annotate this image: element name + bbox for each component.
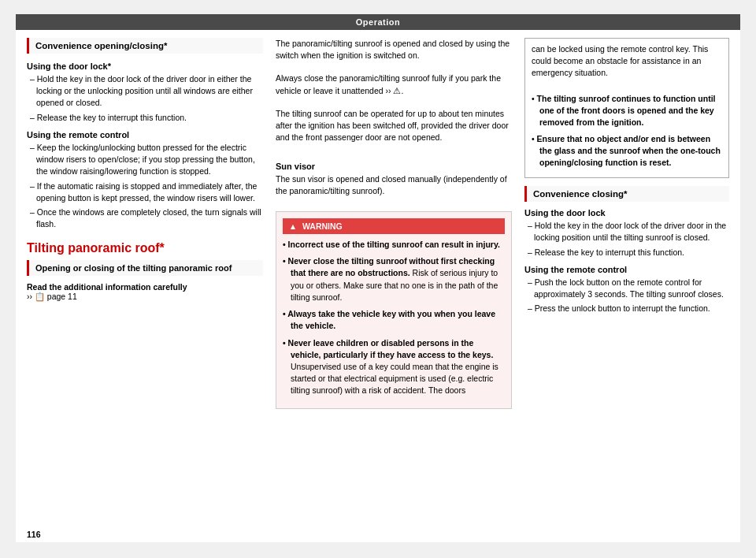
left-column: Convenience opening/closing* Using the d… bbox=[27, 38, 263, 528]
closing-door-lock-heading: Using the door lock bbox=[524, 208, 729, 218]
warning-header: ▲ WARNING bbox=[283, 218, 505, 234]
door-lock-item-2: Release the key to interrupt this functi… bbox=[27, 112, 263, 124]
closing-door-item-1: Hold the key in the door lock of the dri… bbox=[524, 220, 729, 244]
open-close-title: Opening or closing of the tilting panora… bbox=[35, 263, 232, 273]
header-bar: Operation bbox=[16, 14, 740, 30]
door-lock-item-1: Hold the key in the door lock of the dri… bbox=[27, 73, 263, 110]
convenience-closing-box: Convenience closing* bbox=[524, 186, 729, 202]
warning-item-1: Incorrect use of the tilting sunroof can… bbox=[283, 239, 505, 251]
page-number: 116 bbox=[27, 530, 41, 539]
convenience-closing-title: Convenience closing* bbox=[533, 189, 628, 199]
warning-box: ▲ WARNING Incorrect use of the tilting s… bbox=[276, 211, 512, 409]
convenience-opening-box: Convenience opening/closing* bbox=[27, 38, 263, 54]
info-intro: can be locked using the remote control k… bbox=[532, 43, 722, 80]
remote-item-3: Once the windows are completely closed, … bbox=[27, 206, 263, 230]
operated-info: The tilting sunroof can be operated for … bbox=[276, 108, 512, 144]
warning-item-3: Always take the vehicle key with you whe… bbox=[283, 308, 505, 332]
info-box: can be locked using the remote control k… bbox=[524, 38, 729, 178]
warning-item-2: Never close the tilting sunroof without … bbox=[283, 255, 505, 303]
closing-door-item-2: Release the key to interrupt this functi… bbox=[524, 247, 729, 259]
remote-control-heading: Using the remote control bbox=[27, 130, 263, 140]
closing-remote-item-1: Push the lock button on the remote contr… bbox=[524, 277, 729, 300]
closing-remote-item-2: Press the unlock button to interrupt the… bbox=[524, 303, 729, 314]
always-close-text: Always close the panoramic/tilting sunro… bbox=[276, 73, 512, 96]
middle-column: The panoramic/tilting sunroof is opened … bbox=[276, 38, 512, 528]
page-ref: ›› 📋 page 11 bbox=[27, 292, 263, 302]
content-area: Convenience opening/closing* Using the d… bbox=[16, 30, 740, 536]
warning-triangle-icon: ▲ bbox=[287, 221, 298, 232]
open-close-box: Opening or closing of the tilting panora… bbox=[27, 260, 263, 276]
door-lock-heading: Using the door lock* bbox=[27, 61, 263, 71]
read-info-label: Read the additional information carefull… bbox=[27, 282, 263, 292]
book-icon: 📋 bbox=[35, 292, 45, 301]
convenience-opening-title: Convenience opening/closing* bbox=[35, 41, 167, 50]
header-title: Operation bbox=[356, 17, 400, 27]
sun-visor-text: The sun visor is opened and closed manua… bbox=[276, 173, 512, 197]
sun-visor-heading: Sun visor bbox=[276, 162, 512, 171]
right-column: can be locked using the remote control k… bbox=[524, 38, 729, 528]
warning-label: WARNING bbox=[302, 221, 343, 231]
warning-item-4: Never leave children or disabled persons… bbox=[283, 337, 505, 397]
page: Operation Convenience opening/closing* U… bbox=[16, 14, 740, 542]
closing-remote-heading: Using the remote control bbox=[524, 265, 729, 274]
info-item-2: Ensure that no object and/or end is betw… bbox=[532, 133, 722, 169]
info-item-1: The tilting sunroof continues to functio… bbox=[532, 93, 722, 129]
tilting-title: Tilting panoramic roof* bbox=[27, 241, 263, 255]
remote-item-1: Keep the locking/unlocking button presse… bbox=[27, 142, 263, 178]
panoramic-intro: The panoramic/tilting sunroof is opened … bbox=[276, 38, 512, 61]
remote-item-2: If the automatic raising is stopped and … bbox=[27, 180, 263, 204]
